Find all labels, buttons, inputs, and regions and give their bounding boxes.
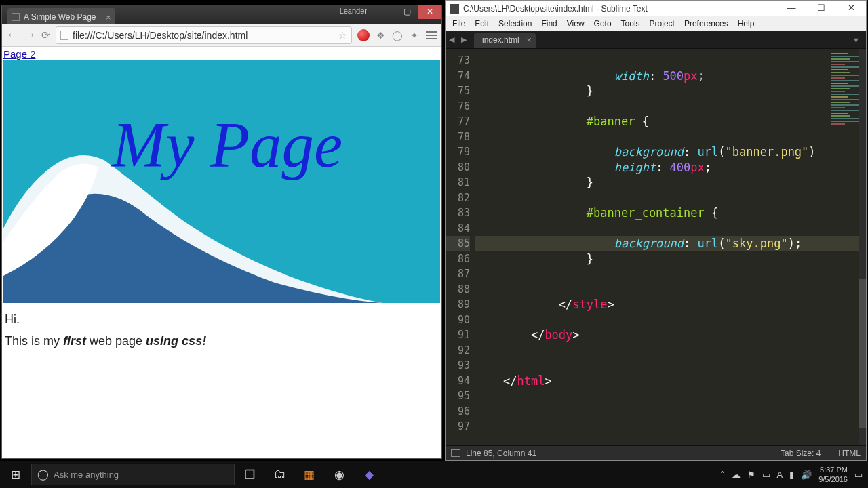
cursor-position[interactable]: Line 85, Column 41	[466, 449, 536, 458]
extensions: ❖ ◯ ✦	[357, 29, 437, 41]
menu-help[interactable]: Help	[738, 19, 755, 28]
volume-icon[interactable]: 🔊	[801, 470, 812, 480]
url-text: file:///C:/Users/LH/Desktop/site/index.h…	[73, 30, 248, 41]
menu-find[interactable]: Find	[541, 19, 557, 28]
chrome-window: A Simple Web Page × Leander — ▢ ✕ ← → ⟳ …	[1, 5, 442, 459]
close-tab-icon[interactable]: ×	[527, 35, 532, 45]
tab-next-icon[interactable]: ▶	[458, 35, 470, 44]
menu-view[interactable]: View	[567, 19, 585, 28]
cortana-icon: ◯	[32, 468, 54, 481]
close-button[interactable]: ✕	[418, 5, 441, 19]
extension-icon[interactable]	[357, 29, 370, 41]
forward-button[interactable]: →	[24, 28, 36, 42]
menu-file[interactable]: File	[452, 19, 465, 28]
tray-icon[interactable]: A	[777, 470, 783, 480]
app-taskbar-icon[interactable]: ◆	[354, 468, 384, 482]
tab-menu-icon[interactable]: ▼	[849, 36, 863, 44]
scrollbar-thumb[interactable]	[859, 279, 866, 428]
close-tab-icon[interactable]: ×	[106, 12, 111, 22]
tab-title: A Simple Web Page	[24, 12, 96, 22]
tab-label: index.html	[482, 35, 519, 45]
file-explorer-icon[interactable]: 🗂	[264, 468, 294, 481]
menu-selection[interactable]: Selection	[498, 19, 532, 28]
page-icon	[60, 30, 68, 40]
time: 5:37 PM	[818, 465, 848, 474]
browser-tab[interactable]: A Simple Web Page ×	[7, 8, 115, 24]
favicon-icon	[12, 13, 20, 21]
banner: My Page	[3, 60, 440, 303]
cortana-search[interactable]: ◯ Ask me anything	[31, 464, 235, 485]
text-line: Hi.	[5, 308, 439, 330]
maximize-button[interactable]: ☐	[806, 1, 836, 16]
chrome-taskbar-icon[interactable]: ◉	[324, 468, 354, 482]
page-body-text: Hi. This is my first web page using css!	[2, 303, 441, 358]
panel-switch-icon[interactable]	[451, 449, 460, 457]
banner-container: My Page	[3, 60, 440, 303]
editor-tabs: ◀ ▶ index.html × ▼	[446, 31, 866, 49]
tray-icon[interactable]: ⚑	[747, 470, 755, 480]
code-content[interactable]: width: 500px; } #banner { background: ur…	[475, 49, 866, 445]
extension-icon[interactable]: ✦	[408, 29, 420, 41]
chrome-toolbar: ← → ⟳ file:///C:/Users/LH/Desktop/site/i…	[2, 24, 441, 47]
menu-edit[interactable]: Edit	[475, 19, 489, 28]
close-button[interactable]: ✕	[836, 1, 866, 16]
tab-size[interactable]: Tab Size: 4	[781, 449, 821, 458]
search-placeholder: Ask me anything	[54, 470, 119, 480]
syntax-mode[interactable]: HTML	[838, 449, 861, 458]
sublime-window-controls: — ☐ ✕	[776, 1, 866, 16]
system-tray: ˄ ☁ ⚑ ▭ A ▮ 🔊 5:37 PM 9/5/2016 ▭	[720, 465, 869, 484]
minimap[interactable]	[831, 52, 859, 228]
sublime-window: C:\Users\LH\Desktop\site\index.html - Su…	[445, 0, 867, 461]
address-bar[interactable]: file:///C:/Users/LH/Desktop/site/index.h…	[56, 26, 352, 44]
bookmark-icon[interactable]: ☆	[338, 30, 347, 41]
menu-goto[interactable]: Goto	[594, 19, 612, 28]
chrome-window-controls: — ▢ ✕	[372, 5, 441, 19]
reload-button[interactable]: ⟳	[41, 29, 50, 41]
tray-icon[interactable]: ☁	[732, 470, 741, 480]
back-button[interactable]: ←	[6, 28, 18, 42]
start-button[interactable]: ⊞	[0, 468, 31, 482]
date: 9/5/2016	[818, 474, 848, 484]
line-gutter: 7374757677787980818283848586878889909192…	[446, 49, 475, 445]
sublime-titlebar[interactable]: C:\Users\LH\Desktop\site\index.html - Su…	[446, 1, 866, 16]
menu-tools[interactable]: Tools	[621, 19, 640, 28]
extension-icon[interactable]: ❖	[374, 29, 387, 41]
profile-name[interactable]: Leander	[340, 7, 367, 15]
sublime-taskbar-icon[interactable]: ▦	[294, 468, 324, 482]
menu-button[interactable]	[425, 29, 437, 41]
tab-prev-icon[interactable]: ◀	[446, 35, 458, 44]
app-icon	[450, 4, 459, 14]
minimize-button[interactable]: —	[372, 5, 395, 19]
menu-bar: File Edit Selection Find View Goto Tools…	[446, 16, 866, 31]
battery-icon[interactable]: ▭	[762, 470, 770, 480]
minimize-button[interactable]: —	[776, 1, 806, 16]
clock[interactable]: 5:37 PM 9/5/2016	[818, 465, 848, 484]
network-icon[interactable]: ▮	[789, 470, 794, 480]
extension-icon[interactable]: ◯	[391, 29, 403, 41]
tray-up-icon[interactable]: ˄	[720, 470, 725, 480]
editor-tab[interactable]: index.html ×	[474, 33, 536, 48]
window-title: C:\Users\LH\Desktop\site\index.html - Su…	[463, 4, 648, 14]
editor-area[interactable]: 7374757677787980818283848586878889909192…	[446, 49, 866, 445]
maximize-button[interactable]: ▢	[395, 5, 418, 19]
menu-preferences[interactable]: Preferences	[684, 19, 728, 28]
notifications-icon[interactable]: ▭	[854, 470, 863, 480]
page-viewport: Page 2 My Page Hi. This is my first web …	[2, 47, 441, 458]
text-line: This is my first web page using css!	[5, 330, 439, 352]
banner-title: My Page	[112, 108, 342, 182]
page2-link[interactable]: Page 2	[3, 48, 36, 60]
status-bar: Line 85, Column 41 Tab Size: 4 HTML	[446, 445, 866, 460]
chrome-titlebar[interactable]: A Simple Web Page × Leander — ▢ ✕	[2, 5, 441, 24]
windows-taskbar: ⊞ ◯ Ask me anything ❐ 🗂 ▦ ◉ ◆ ˄ ☁ ⚑ ▭ A …	[0, 461, 868, 488]
task-view-button[interactable]: ❐	[235, 468, 264, 482]
menu-project[interactable]: Project	[650, 19, 675, 28]
